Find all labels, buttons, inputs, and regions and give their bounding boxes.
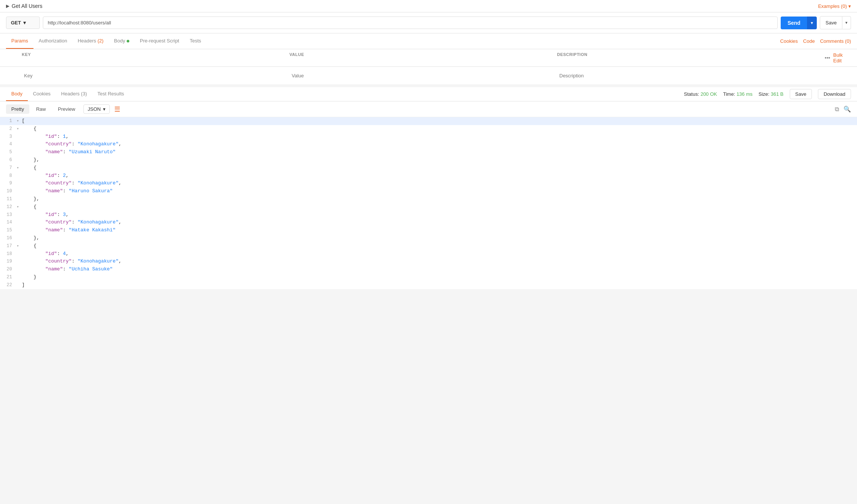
chevron-right-icon: ▶	[6, 3, 9, 9]
time-label: Time: 136 ms	[723, 91, 753, 97]
params-section: KEY VALUE DESCRIPTION ••• Bulk Edit	[0, 49, 857, 85]
code-line: 9 "country": "Konohagakure",	[0, 180, 857, 187]
format-select-label: JSON	[88, 106, 101, 112]
code-line: 14 "country": "Konohagakure",	[0, 219, 857, 226]
code-line: 20 "name": "Uchiha Sasuke"	[0, 266, 857, 273]
top-bar: ▶ Get All Users Examples (0) ▾	[0, 0, 857, 12]
code-line: 12▾ {	[0, 203, 857, 211]
bulk-edit-button[interactable]: Bulk Edit	[833, 52, 850, 63]
resp-tab-cookies[interactable]: Cookies	[28, 87, 56, 101]
code-area: 1▾[2▾ {3 "id": 1,4 "country": "Konohagak…	[0, 117, 857, 289]
resp-save-button[interactable]: Save	[790, 89, 812, 99]
size-value: 361 B	[771, 91, 784, 97]
send-button[interactable]: Send	[781, 17, 807, 29]
code-line: 3 "id": 1,	[0, 133, 857, 141]
code-line: 2▾ {	[0, 125, 857, 133]
code-line: 6 },	[0, 156, 857, 164]
more-icon[interactable]: •••	[825, 55, 830, 61]
method-select[interactable]: GET ▾	[6, 17, 40, 29]
format-chevron-icon: ▾	[103, 106, 106, 112]
fmt-tab-raw[interactable]: Raw	[31, 104, 51, 114]
search-icon[interactable]: 🔍	[843, 106, 851, 113]
tab-body[interactable]: Body	[109, 33, 135, 49]
description-input[interactable]	[557, 70, 820, 81]
response-meta: Status: 200 OK Time: 136 ms Size: 361 B …	[684, 89, 851, 99]
save-dropdown-button[interactable]: ▾	[842, 16, 851, 29]
code-line: 11 },	[0, 195, 857, 203]
params-value-header: VALUE	[287, 49, 555, 66]
resp-download-button[interactable]: Download	[818, 89, 851, 99]
code-line: 16 },	[0, 234, 857, 242]
code-line: 21 }	[0, 273, 857, 281]
send-dropdown-button[interactable]: ▾	[807, 17, 817, 29]
request-name: ▶ Get All Users	[6, 3, 42, 9]
value-input[interactable]	[289, 70, 553, 81]
request-tabs: Params Authorization Headers (2) Body Pr…	[0, 33, 857, 49]
cookies-link[interactable]: Cookies	[780, 38, 798, 44]
url-bar: GET ▾ Send ▾ Save ▾	[0, 12, 857, 33]
code-line: 5 "name": "Uzumaki Naruto"	[0, 148, 857, 156]
resp-tab-headers[interactable]: Headers (3)	[56, 87, 92, 101]
code-link[interactable]: Code	[803, 38, 815, 44]
tab-authorization[interactable]: Authorization	[33, 33, 73, 49]
tab-prerequest[interactable]: Pre-request Script	[135, 33, 185, 49]
code-line: 13 "id": 3,	[0, 211, 857, 219]
code-line: 18 "id": 4,	[0, 250, 857, 258]
params-desc-header: DESCRIPTION	[555, 49, 822, 66]
tab-params[interactable]: Params	[6, 33, 33, 49]
key-input[interactable]	[22, 70, 285, 81]
wrap-icon[interactable]: ☰	[114, 105, 120, 113]
resp-tab-body[interactable]: Body	[6, 87, 28, 101]
examples-link[interactable]: Examples (0) ▾	[818, 3, 851, 9]
resp-tab-testresults[interactable]: Test Results	[92, 87, 129, 101]
response-section: Body Cookies Headers (3) Test Results St…	[0, 87, 857, 289]
code-line: 19 "country": "Konohagakure",	[0, 258, 857, 266]
examples-chevron-icon: ▾	[848, 3, 851, 9]
method-chevron-icon: ▾	[23, 20, 26, 26]
copy-icon[interactable]: ⧉	[835, 106, 839, 113]
url-input[interactable]	[43, 17, 778, 29]
time-value: 136 ms	[736, 91, 753, 97]
send-label: Send	[787, 20, 800, 26]
fmt-tab-pretty[interactable]: Pretty	[6, 104, 29, 114]
code-line: 22]	[0, 281, 857, 289]
code-line: 7▾ {	[0, 164, 857, 172]
code-line: 17▾ {	[0, 242, 857, 250]
params-check-col	[5, 49, 20, 66]
method-label: GET	[11, 20, 21, 26]
size-label: Size: 361 B	[759, 91, 784, 97]
code-line: 1▾[	[0, 117, 857, 125]
code-line: 15 "name": "Hatake Kakashi"	[0, 226, 857, 234]
tab-tests[interactable]: Tests	[185, 33, 206, 49]
code-line: 4 "country": "Konohagakure",	[0, 140, 857, 148]
tab-headers[interactable]: Headers (2)	[73, 33, 109, 49]
response-tabs-bar: Body Cookies Headers (3) Test Results St…	[0, 87, 857, 101]
format-select[interactable]: JSON ▾	[83, 104, 110, 114]
tab-right-links: Cookies Code Comments (0)	[780, 38, 851, 44]
status-label: Status: 200 OK	[684, 91, 717, 97]
params-row	[0, 67, 857, 85]
params-header: KEY VALUE DESCRIPTION ••• Bulk Edit	[0, 49, 857, 67]
code-line: 10 "name": "Haruno Sakura"	[0, 187, 857, 195]
comments-link[interactable]: Comments (0)	[820, 38, 851, 44]
params-key-header: KEY	[20, 49, 287, 66]
body-format-bar: Pretty Raw Preview JSON ▾ ☰ ⧉ 🔍	[0, 101, 857, 117]
save-group: Save ▾	[820, 16, 851, 29]
save-button[interactable]: Save	[820, 16, 842, 29]
status-value: 200 OK	[701, 91, 717, 97]
fmt-tab-preview[interactable]: Preview	[53, 104, 80, 114]
code-line: 8 "id": 2,	[0, 172, 857, 180]
request-title: Get All Users	[12, 3, 42, 9]
params-actions-header: ••• Bulk Edit	[822, 49, 852, 66]
examples-label: Examples (0)	[818, 3, 847, 9]
send-group: Send ▾	[781, 17, 817, 29]
save-label: Save	[825, 20, 837, 26]
